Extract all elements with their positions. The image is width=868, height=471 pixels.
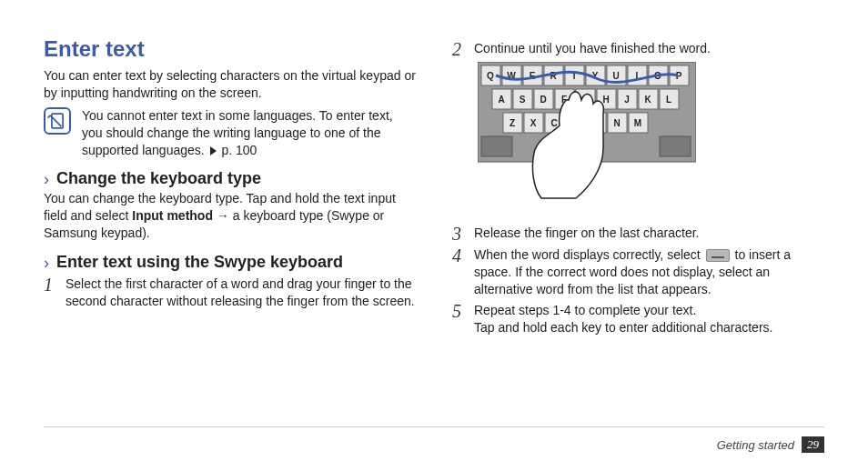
svg-text:U: U — [612, 71, 619, 81]
triangle-icon — [210, 146, 217, 155]
note-text: You cannot enter text in some languages.… — [82, 107, 416, 159]
page-footer: Getting started 29 — [717, 436, 824, 453]
svg-text:N: N — [613, 118, 620, 128]
footer-rule — [44, 426, 824, 427]
svg-text:D: D — [540, 95, 546, 105]
step-4: 4 When the word displays correctly, sele… — [452, 246, 824, 298]
svg-rect-2 — [660, 136, 691, 156]
svg-text:H: H — [602, 95, 609, 105]
footer-section: Getting started — [717, 438, 794, 452]
note-box: You cannot enter text in some languages.… — [44, 107, 416, 159]
footer-page-number: 29 — [802, 436, 824, 453]
step-3: 3 Release the finger on the last charact… — [452, 225, 824, 243]
svg-rect-3 — [481, 136, 512, 156]
chevron-icon: › — [44, 255, 49, 271]
chevron-icon: › — [44, 171, 49, 187]
note-icon — [44, 107, 71, 135]
svg-text:L: L — [666, 95, 671, 105]
right-column: 2 Continue until you have finished the w… — [452, 36, 824, 400]
svg-text:K: K — [644, 95, 651, 105]
step-5: 5 Repeat steps 1-4 to complete your text… — [452, 302, 824, 336]
svg-text:Q: Q — [487, 71, 494, 81]
left-column: Enter text You can enter text by selecti… — [44, 36, 416, 400]
svg-text:M: M — [634, 118, 641, 128]
svg-text:Z: Z — [510, 118, 515, 128]
svg-text:A: A — [498, 95, 504, 105]
svg-text:J: J — [624, 95, 630, 105]
step-1: 1 Select the first character of a word a… — [44, 276, 416, 310]
swype-illustration: MNBVCXZLKJHGFDSAPOIUYTREWQ — [478, 62, 696, 219]
intro-text: You can enter text by selecting characte… — [44, 67, 416, 102]
svg-text:C: C — [550, 118, 557, 128]
svg-text:S: S — [520, 95, 526, 105]
subheading-swype: › Enter text using the Swype keyboard — [44, 253, 416, 272]
page-title: Enter text — [44, 36, 416, 62]
change-keyboard-body: You can change the keyboard type. Tap an… — [44, 190, 416, 242]
svg-text:X: X — [530, 118, 537, 128]
spacebar-icon — [706, 249, 730, 262]
subheading-change-keyboard: › Change the keyboard type — [44, 169, 416, 188]
step-2: 2 Continue until you have finished the w… — [452, 40, 824, 58]
